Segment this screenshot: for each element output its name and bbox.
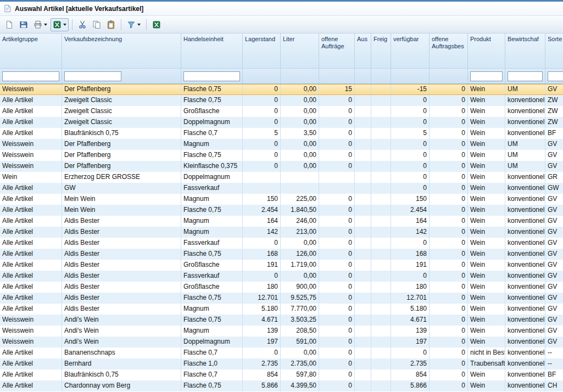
column-header-produkt[interactable]: Produkt bbox=[468, 33, 505, 68]
filter-input-handelseinheit[interactable] bbox=[183, 71, 240, 81]
cell-handelseinheit: Doppelmagnum bbox=[181, 117, 243, 128]
cell-aus bbox=[355, 205, 371, 216]
cell-sorte: BF bbox=[545, 128, 563, 139]
filter-input-sorte[interactable] bbox=[548, 71, 563, 81]
table-row[interactable]: Alle ArtikelBlaufränkisch 0,75Flasche 0,… bbox=[0, 369, 563, 380]
dropdown-caret-icon[interactable] bbox=[63, 24, 66, 26]
table-row[interactable]: Alle ArtikelChardonnay vom BergFlasche 0… bbox=[0, 380, 563, 391]
cell-freig bbox=[371, 348, 391, 359]
cell-liter bbox=[281, 183, 319, 194]
cell-offene_auftraege: 0 bbox=[319, 128, 355, 139]
table-row[interactable]: Alle ArtikelAldis BesterFassverkauf00,00… bbox=[0, 238, 563, 249]
cell-lagerstand: 0 bbox=[243, 150, 281, 161]
excel-button[interactable] bbox=[150, 18, 163, 31]
cell-offene_auftragsbes: 0 bbox=[430, 304, 468, 315]
column-header-bewirtschaf[interactable]: Bewirtschaf bbox=[505, 33, 545, 68]
column-header-lagerstand[interactable]: Lagerstand bbox=[243, 33, 281, 68]
filter-button[interactable] bbox=[125, 18, 143, 31]
cell-sorte: -- bbox=[545, 348, 563, 359]
cell-offene_auftraege: 0 bbox=[319, 271, 355, 282]
cell-artikelgruppe: Wein bbox=[0, 172, 62, 183]
cell-offene_auftraege: 0 bbox=[319, 205, 355, 216]
excel-export-button[interactable] bbox=[51, 18, 69, 31]
cell-bewirtschaf: konventionel bbox=[505, 216, 545, 227]
filter-input-bewirtschaf[interactable] bbox=[508, 71, 543, 81]
cell-offene_auftragsbes: 0 bbox=[430, 293, 468, 304]
cell-verfuegbar: 12.701 bbox=[391, 293, 430, 304]
cell-artikelgruppe: Alle Artikel bbox=[0, 282, 62, 293]
column-header-aus[interactable]: Aus bbox=[355, 33, 371, 68]
table-row[interactable]: Alle ArtikelBlaufränkisch 0,75Flasche 0,… bbox=[0, 128, 563, 139]
column-header-verfuegbar[interactable]: verfügbar bbox=[391, 33, 430, 68]
cell-verfuegbar: 150 bbox=[391, 194, 430, 205]
save-button[interactable] bbox=[17, 18, 30, 31]
table-row[interactable]: Alle ArtikelAldis BesterGroßflasche1911.… bbox=[0, 260, 563, 271]
cell-artikelgruppe: Alle Artikel bbox=[0, 260, 62, 271]
dropdown-caret-icon[interactable] bbox=[137, 24, 141, 26]
table-row[interactable]: WeissweinAndi's WeinMagnum139208,5001390… bbox=[0, 326, 563, 337]
cell-artikelgruppe: Weisswein bbox=[0, 161, 62, 172]
table-row[interactable]: Alle ArtikelAldis BesterFlasche 0,7512.7… bbox=[0, 293, 563, 304]
column-header-verkaufsbezeichnung[interactable]: Verkaufsbezeichnung bbox=[62, 33, 181, 68]
dropdown-caret-icon[interactable] bbox=[44, 24, 47, 26]
table-row[interactable]: WeissweinDer PfaffenbergMagnum00,00000We… bbox=[0, 139, 563, 150]
paste-button[interactable] bbox=[104, 18, 118, 31]
table-row[interactable]: Alle ArtikelGWFassverkauf00Weinkonventio… bbox=[0, 183, 563, 194]
table-row[interactable]: Alle ArtikelMein WeinMagnum150225,000150… bbox=[0, 194, 563, 205]
filter-input-artikelgruppe[interactable] bbox=[2, 71, 59, 81]
table-row[interactable]: WeissweinAndi's WeinFlasche 0,754.6713.5… bbox=[0, 315, 563, 326]
cell-liter: 7.770,00 bbox=[281, 304, 319, 315]
column-header-sorte[interactable]: Sorte bbox=[545, 33, 563, 68]
table-row[interactable]: WeissweinDer PfaffenbergFlasche 0,7500,0… bbox=[0, 84, 563, 95]
cell-lagerstand: 5 bbox=[243, 128, 281, 139]
filter-input-produkt[interactable] bbox=[470, 71, 503, 81]
cell-verfuegbar: 0 bbox=[391, 183, 430, 194]
cell-produkt: Wein bbox=[468, 304, 505, 315]
column-header-freig[interactable]: Freig bbox=[371, 33, 391, 68]
cell-offene_auftraege: 15 bbox=[319, 85, 355, 94]
table-row[interactable]: Alle ArtikelMein WeinFlasche 0,752.4541.… bbox=[0, 205, 563, 216]
table-row[interactable]: Alle ArtikelBananenschnapsFlasche 0,700,… bbox=[0, 348, 563, 359]
cell-lagerstand: 0 bbox=[243, 106, 281, 117]
cell-offene_auftragsbes: 0 bbox=[430, 249, 468, 260]
table-row[interactable]: Alle ArtikelBernhardFlasche 1,02.7352.73… bbox=[0, 359, 563, 369]
table-row[interactable]: WeinErzherzog DER GROSSEDoppelmagnum00We… bbox=[0, 172, 563, 183]
print-button[interactable] bbox=[31, 18, 49, 31]
filter-input-verkaufsbezeichnung[interactable] bbox=[64, 71, 121, 81]
table-row[interactable]: Alle ArtikelAldis BesterFlasche 0,751681… bbox=[0, 249, 563, 260]
column-header-artikelgruppe[interactable]: Artikelgruppe bbox=[0, 33, 62, 68]
table-row[interactable]: Alle ArtikelZweigelt ClassicFlasche 0,75… bbox=[0, 95, 563, 106]
cell-offene_auftraege: 0 bbox=[319, 260, 355, 271]
table-row[interactable]: Alle ArtikelAldis BesterFassverkauf00,00… bbox=[0, 271, 563, 282]
table-row[interactable]: Alle ArtikelAldis BesterGroßflasche18090… bbox=[0, 282, 563, 293]
copy-button[interactable] bbox=[90, 18, 103, 31]
cell-sorte: GV bbox=[545, 161, 563, 172]
column-header-handelseinheit[interactable]: Handelseinheit bbox=[181, 33, 243, 68]
cell-bewirtschaf: konventionel bbox=[505, 260, 545, 271]
cell-aus bbox=[355, 282, 371, 293]
cell-offene_auftraege: 0 bbox=[319, 194, 355, 205]
cell-produkt: Wein bbox=[468, 128, 505, 139]
table-row[interactable]: WeissweinDer PfaffenbergFlasche 0,7500,0… bbox=[0, 150, 563, 161]
table-row[interactable]: Alle ArtikelZweigelt ClassicGroßflasche0… bbox=[0, 106, 563, 117]
cell-aus bbox=[355, 172, 371, 183]
cut-button[interactable] bbox=[76, 18, 89, 31]
table-row[interactable]: WeissweinAndi's WeinDoppelmagnum197591,0… bbox=[0, 337, 563, 348]
cell-handelseinheit: Magnum bbox=[181, 326, 243, 337]
table-row[interactable]: Alle ArtikelZweigelt ClassicDoppelmagnum… bbox=[0, 117, 563, 128]
cell-liter: 900,00 bbox=[281, 282, 319, 293]
table-row[interactable]: Alle ArtikelAldis BesterMagnum164246,000… bbox=[0, 216, 563, 227]
column-header-offene_auftragsbes[interactable]: offene Auftragsbes bbox=[430, 33, 468, 68]
cell-artikelgruppe: Alle Artikel bbox=[0, 227, 62, 238]
new-button[interactable] bbox=[3, 18, 16, 31]
cell-bewirtschaf: konventionel bbox=[505, 359, 545, 369]
cell-offene_auftragsbes: 0 bbox=[430, 337, 468, 348]
table-row[interactable]: WeissweinDer PfaffenbergKleinflasche 0,3… bbox=[0, 161, 563, 172]
column-header-liter[interactable]: Liter bbox=[281, 33, 319, 68]
table-row[interactable]: Alle ArtikelAldis BesterMagnum5.1807.770… bbox=[0, 304, 563, 315]
cell-freig bbox=[371, 172, 391, 183]
table-row[interactable]: Alle ArtikelAldis BesterMagnum142213,000… bbox=[0, 227, 563, 238]
cell-lagerstand: 164 bbox=[243, 216, 281, 227]
column-header-offene_auftraege[interactable]: offene Aufträge bbox=[319, 33, 355, 68]
cell-bewirtschaf: konventionel bbox=[505, 194, 545, 205]
